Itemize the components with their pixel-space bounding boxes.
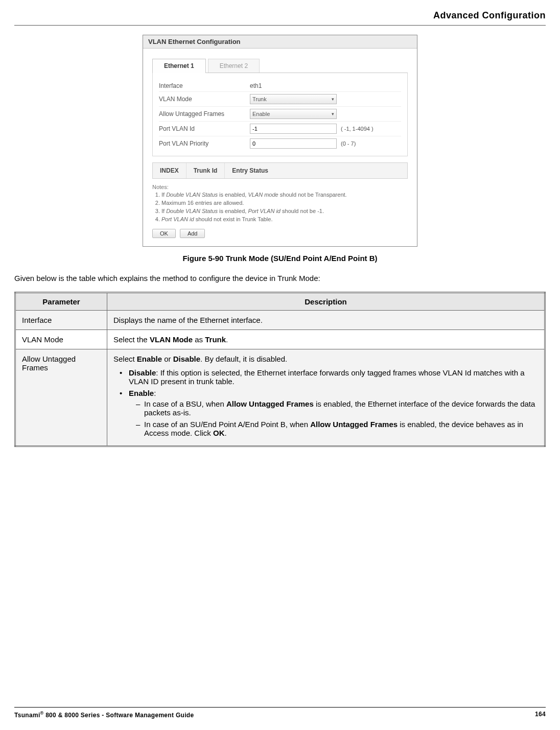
- port-vlan-id-input[interactable]: [250, 124, 337, 134]
- page-number: 164: [535, 711, 546, 719]
- vlan-mode-value: Trunk: [252, 96, 267, 102]
- vlan-config-screenshot: VLAN Ethernet Configuration Ethernet 1 E…: [143, 35, 417, 247]
- row-allow-untagged: Allow Untagged Frames Enable ▾: [159, 107, 401, 122]
- form-area: Interface eth1 VLAN Mode Trunk ▾ Allow U…: [152, 73, 408, 156]
- notes-label: Notes:: [152, 184, 408, 190]
- desc-vlan-mode: Select the VLAN Mode as Trunk.: [107, 330, 545, 349]
- panel-title: VLAN Ethernet Configuration: [143, 35, 417, 49]
- header-rule: [14, 25, 546, 26]
- desc-interface: Displays the name of the Ethernet interf…: [107, 311, 545, 330]
- trunk-table-header: INDEX Trunk Id Entry Status: [152, 162, 408, 179]
- figure-caption: Figure 5-90 Trunk Mode (SU/End Point A/E…: [14, 254, 546, 263]
- chevron-down-icon: ▾: [332, 111, 334, 116]
- note-1: If Double VLAN Status is enabled, VLAN m…: [161, 191, 408, 199]
- chevron-down-icon: ▾: [332, 97, 334, 102]
- param-vlan-mode: VLAN Mode: [15, 330, 107, 349]
- port-vlan-id-label: Port VLAN Id: [159, 125, 250, 132]
- interface-value: eth1: [250, 82, 401, 89]
- th-index: INDEX: [153, 163, 186, 178]
- tab-ethernet2[interactable]: Ethernet 2: [208, 59, 260, 73]
- notes-list: If Double VLAN Status is enabled, VLAN m…: [152, 191, 408, 223]
- bullet-enable: Enable: In case of a BSU, when Allow Unt…: [129, 389, 538, 437]
- footer-guide-name: Tsunami® 800 & 8000 Series - Software Ma…: [14, 711, 194, 719]
- desc-allow-untagged: Select Enable or Disable. By default, it…: [107, 349, 545, 446]
- allow-untagged-select[interactable]: Enable ▾: [250, 109, 337, 119]
- th-parameter: Parameter: [15, 293, 107, 311]
- footer-rule: [14, 707, 546, 708]
- note-4: Port VLAN id should not exist in Trunk T…: [161, 216, 408, 223]
- tab-ethernet1[interactable]: Ethernet 1: [152, 59, 206, 73]
- allow-untagged-value: Enable: [252, 111, 270, 117]
- sub-bsu: In case of a BSU, when Allow Untagged Fr…: [144, 399, 538, 417]
- row-interface: Interface eth1: [159, 80, 401, 92]
- row-port-vlan-id: Port VLAN Id ( -1, 1-4094 ): [159, 122, 401, 136]
- add-button[interactable]: Add: [180, 229, 205, 238]
- parameter-table: Parameter Description Interface Displays…: [14, 292, 546, 447]
- vlan-mode-label: VLAN Mode: [159, 96, 250, 103]
- chapter-title: Advanced Configuration: [14, 10, 546, 21]
- interface-label: Interface: [159, 82, 250, 89]
- bullet-disable: Disable: If this option is selected, the…: [129, 368, 538, 386]
- port-vlan-priority-hint: (0 - 7): [341, 140, 356, 147]
- vlan-mode-select[interactable]: Trunk ▾: [250, 94, 337, 104]
- th-entry-status: Entry Status: [225, 163, 407, 178]
- tabs: Ethernet 1 Ethernet 2: [152, 59, 408, 73]
- page-footer: Tsunami® 800 & 8000 Series - Software Ma…: [14, 707, 546, 719]
- row-vlan-mode: VLAN Mode Trunk ▾: [159, 92, 401, 107]
- allow-untagged-label: Allow Untagged Frames: [159, 110, 250, 117]
- note-3: If Double VLAN Status is enabled, Port V…: [161, 207, 408, 215]
- port-vlan-id-hint: ( -1, 1-4094 ): [341, 126, 374, 132]
- intro-text: Given below is the table which explains …: [14, 274, 546, 282]
- th-description: Description: [107, 293, 545, 311]
- th-trunk-id: Trunk Id: [186, 163, 225, 178]
- row-port-vlan-priority: Port VLAN Priority (0 - 7): [159, 136, 401, 151]
- button-row: OK Add: [152, 229, 408, 238]
- param-allow-untagged: Allow Untagged Frames: [15, 349, 107, 446]
- port-vlan-priority-input[interactable]: [250, 138, 337, 149]
- param-interface: Interface: [15, 311, 107, 330]
- ok-button[interactable]: OK: [152, 229, 176, 238]
- note-2: Maximum 16 entries are allowed.: [161, 199, 408, 207]
- sub-su: In case of an SU/End Point A/End Point B…: [144, 420, 538, 437]
- port-vlan-priority-label: Port VLAN Priority: [159, 140, 250, 147]
